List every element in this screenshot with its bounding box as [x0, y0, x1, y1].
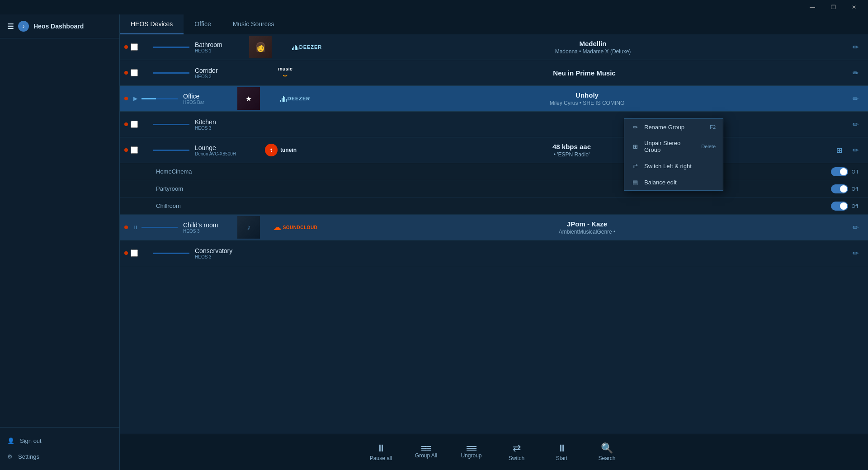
device-row-bathroom[interactable]: Bathroom HEOS 1 👩 — [120, 34, 868, 60]
device-row-office[interactable]: ▶ Office HEOS Bar ★ — [120, 86, 868, 112]
service-logo-bathroom: DEEZER — [275, 36, 339, 58]
toggle-chillroom[interactable] — [831, 202, 848, 211]
album-art-office: ★ — [237, 87, 260, 110]
toggle-partyroom[interactable] — [831, 184, 848, 193]
close-button[interactable]: ✕ — [844, 0, 864, 14]
checkbox-conservatory[interactable] — [131, 249, 138, 257]
edit-btn-kitchen[interactable]: ✏ — [847, 116, 863, 132]
context-menu-rename-group[interactable]: ✏ Rename Group F2 — [624, 119, 723, 135]
device-media-office: ★ DEEZER — [237, 87, 847, 110]
volume-slider-office[interactable] — [142, 98, 178, 99]
device-row-corridor[interactable]: Corridor HEOS 3 music ⌣ Neu in Prime Mus… — [120, 60, 868, 86]
context-menu-unpair-stereo[interactable]: ⊞ Unpair Stereo Group Delete — [624, 135, 723, 158]
toolbar-search[interactable]: 🔍 Search — [594, 443, 621, 461]
track-sub-lounge: • 'ESPN Radio' — [321, 151, 822, 158]
group-all-label: Group All — [415, 452, 437, 459]
rename-icon: ✏ — [632, 123, 639, 131]
device-name-section-office: Office HEOS Bar — [183, 93, 237, 105]
maximize-button[interactable]: ❐ — [823, 0, 844, 14]
tab-music-sources[interactable]: Music Sources — [222, 14, 285, 34]
device-name-section-kitchen: Kitchen HEOS 3 — [195, 118, 249, 131]
main-layout: ☰ ♪ Heos Dashboard 👤 Sign out ⚙ Settings… — [0, 14, 868, 470]
track-title-lounge: 48 kbps aac — [321, 143, 822, 150]
service-logo-corridor: music ⌣ — [249, 61, 321, 84]
edit-btn-office[interactable]: ✏ — [847, 90, 863, 107]
sidebar-bottom: 👤 Sign out ⚙ Settings — [0, 427, 119, 470]
toggle-homecinema[interactable] — [831, 167, 848, 176]
track-info-corridor: Neu in Prime Music — [321, 69, 847, 77]
balance-edit-icon: ▤ — [632, 179, 639, 186]
track-title-corridor: Neu in Prime Music — [330, 69, 838, 77]
volume-slider-bathroom[interactable] — [153, 47, 189, 48]
device-name-section-childs-room: Child's room HEOS 3 — [183, 221, 237, 234]
checkbox-lounge[interactable] — [131, 146, 138, 154]
sub-room-chillroom: Chillroom Off — [120, 197, 868, 215]
context-menu-balance-edit[interactable]: ▤ Balance edit — [624, 174, 723, 190]
volume-slider-lounge[interactable] — [153, 150, 189, 151]
toggle-label-partyroom: Off — [852, 186, 858, 192]
minimize-button[interactable]: — — [802, 0, 823, 14]
edit-btn-childs-room[interactable]: ✏ — [847, 219, 863, 235]
sidebar-item-signout[interactable]: 👤 Sign out — [0, 433, 119, 449]
titlebar: — ❐ ✕ — [0, 0, 868, 14]
search-icon: 🔍 — [601, 443, 613, 453]
device-name-kitchen: Kitchen — [195, 118, 249, 126]
sub-room-partyroom: Partyroom Off — [120, 180, 868, 197]
checkbox-kitchen[interactable] — [131, 121, 138, 128]
volume-slider-conservatory[interactable] — [153, 253, 189, 254]
toolbar-group-all[interactable]: Group All — [413, 446, 440, 459]
context-menu-switch-lr[interactable]: ⇄ Switch Left & right — [624, 158, 723, 174]
edit-btn-bathroom[interactable]: ✏ — [847, 39, 863, 55]
group-all-icon — [421, 446, 431, 451]
tab-office[interactable]: Office — [184, 14, 222, 34]
volume-slider-kitchen[interactable] — [153, 124, 189, 125]
device-row-lounge[interactable]: Lounge Denon AVC-X8500H t tunein 48 kbps… — [120, 137, 868, 163]
toolbar-ungroup[interactable]: Ungroup — [458, 446, 485, 459]
checkbox-corridor[interactable] — [131, 69, 138, 76]
edit-btn-corridor[interactable]: ✏ — [847, 65, 863, 81]
tunein-text: tunein — [280, 147, 297, 153]
toolbar-pause-all[interactable]: ⏸ Pause all — [368, 443, 395, 461]
device-row-childs-room[interactable]: ⏸ Child's room HEOS 3 ♪ ☁ SOUNDCLOUD — [120, 215, 868, 240]
service-logo-childs-room: ☁ SOUNDCLOUD — [264, 216, 327, 239]
ungroup-icon — [467, 446, 476, 451]
sidebar-item-settings[interactable]: ⚙ Settings — [0, 449, 119, 465]
toolbar-switch[interactable]: ⇄ Switch — [503, 443, 530, 461]
edit-btn-conservatory[interactable]: ✏ — [847, 245, 863, 261]
bottom-toolbar: ⏸ Pause all — [120, 434, 868, 470]
stereo-btn-lounge[interactable]: ⊞ — [831, 142, 847, 158]
device-sub-conservatory: HEOS 3 — [195, 254, 249, 259]
tab-heos-devices[interactable]: HEOS Devices — [120, 14, 184, 34]
status-dot-childs-room — [124, 226, 128, 229]
tab-bar: HEOS Devices Office Music Sources — [120, 14, 868, 34]
search-label: Search — [598, 455, 615, 461]
hamburger-icon[interactable]: ☰ — [7, 22, 14, 31]
device-sub-corridor: HEOS 3 — [195, 74, 249, 79]
album-art-bathroom: 👩 — [249, 36, 272, 58]
track-sub-bathroom: Madonna • Madame X (Deluxe) — [348, 48, 838, 55]
volume-slider-corridor[interactable] — [153, 72, 189, 74]
tunein-icon: t — [265, 144, 278, 156]
start-label: Start — [556, 455, 567, 461]
pause-icon-childs-room[interactable]: ⏸ — [131, 223, 140, 232]
switch-lr-label: Switch Left & right — [644, 163, 692, 169]
device-media-corridor: music ⌣ Neu in Prime Music — [249, 61, 847, 84]
device-row-kitchen[interactable]: Kitchen HEOS 3 ✏ — [120, 112, 868, 137]
device-name-conservatory: Conservatory — [195, 247, 249, 254]
checkbox-bathroom[interactable] — [131, 43, 138, 51]
track-sub-childs-room: AmbientMusicalGenre • — [336, 229, 838, 235]
toggle-label-chillroom: Off — [852, 203, 858, 209]
album-art-childs-room: ♪ — [237, 216, 260, 239]
edit-btn-lounge[interactable]: ✏ — [847, 142, 863, 158]
sub-room-name-chillroom: Chillroom — [156, 202, 831, 209]
device-list: Bathroom HEOS 1 👩 — [120, 34, 868, 434]
settings-label: Settings — [18, 453, 39, 460]
rename-label: Rename Group — [644, 124, 684, 131]
unpair-shortcut: Delete — [701, 144, 716, 149]
volume-slider-childs-room[interactable] — [142, 227, 178, 228]
toolbar-start[interactable]: ⏸ Start — [548, 443, 576, 461]
device-media-lounge: t tunein 48 kbps aac • 'ESPN Radio' — [249, 139, 831, 161]
play-btn-office[interactable]: ▶ — [131, 94, 140, 103]
device-row-conservatory[interactable]: Conservatory HEOS 3 ✏ — [120, 240, 868, 266]
pause-all-icon: ⏸ — [376, 443, 386, 453]
